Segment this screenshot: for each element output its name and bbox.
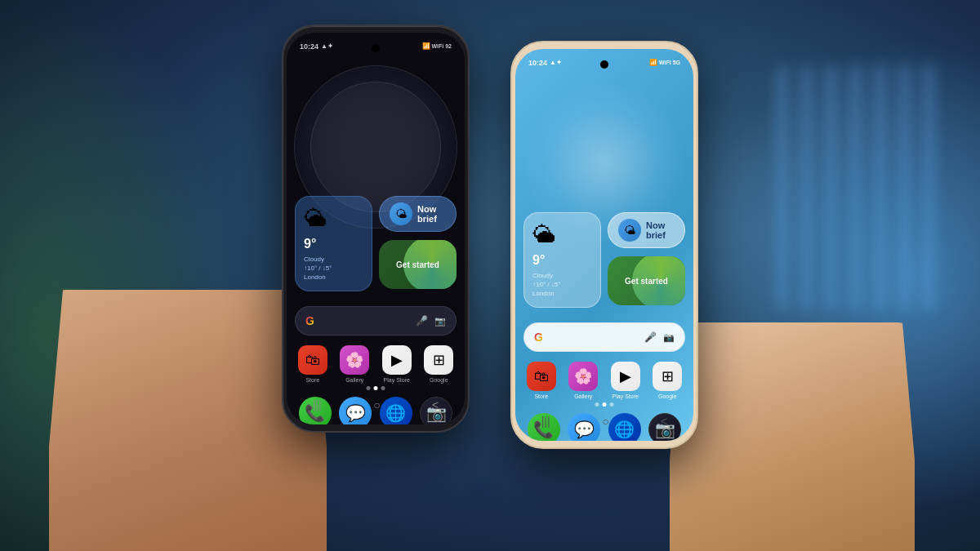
app-gallery-icon-right: 🌸: [568, 362, 598, 391]
power-button-left-phone: [468, 124, 470, 173]
temperature-right: 9°: [532, 253, 592, 268]
dot-1-left: [367, 386, 371, 390]
location-left: London: [304, 273, 326, 281]
app-google-icon-right: ⊞: [653, 362, 682, 391]
nav-home-right[interactable]: ○: [602, 415, 608, 428]
app-store-icon-right: 🛍: [527, 362, 556, 391]
status-icons-right: ▲✦: [550, 59, 562, 66]
google-g-left: G: [305, 314, 314, 327]
app-playstore-right[interactable]: ▶ Play Store: [611, 362, 640, 399]
search-mic-right[interactable]: 🎤: [644, 331, 657, 343]
nav-recent-left[interactable]: <: [432, 398, 439, 411]
phone-left: 10:24 ▲✦ 📶 WiFi 92 🌥 9°: [282, 24, 470, 433]
search-lens-right[interactable]: 📷: [663, 332, 675, 343]
dot-3-right: [610, 402, 614, 407]
cloud-icon-right: 🌥: [532, 221, 592, 248]
get-started-widget-right[interactable]: Get started: [608, 256, 685, 305]
wallpaper-circle-inner-left: [310, 82, 441, 212]
app-gallery-right[interactable]: 🌸 Gallery: [568, 362, 598, 399]
signal-right: WiFi 5G: [659, 60, 680, 65]
phones-container: 10:24 ▲✦ 📶 WiFi 92 🌥 9°: [282, 24, 698, 449]
app-google-left[interactable]: ⊞ Google: [424, 345, 453, 383]
range-right: ↑10° / ↓5°: [532, 281, 560, 288]
weather-widget-left[interactable]: 🌥 9° Cloudy ↑10° / ↓5° London: [295, 196, 372, 291]
app-gallery-icon-left: 🌸: [340, 345, 369, 375]
phone-left-screen: 10:24 ▲✦ 📶 WiFi 92 🌥 9°: [287, 33, 465, 424]
range-left: ↑10° / ↓5°: [304, 264, 332, 272]
status-left-right: 10:24 ▲✦: [528, 59, 562, 67]
search-lens-left[interactable]: 📷: [434, 316, 446, 327]
phone-right: 10:24 ▲✦ 📶 WiFi 5G 🌥 9°: [510, 41, 698, 449]
wallpaper-circle-inner-right: [539, 98, 670, 229]
now-brief-widget-right[interactable]: 🌤 Now brief: [608, 212, 685, 248]
weather-detail-right: Cloudy ↑10° / ↓5° London: [532, 271, 592, 299]
app-gallery-left[interactable]: 🌸 Gallery: [340, 345, 369, 383]
status-right-right: 📶 WiFi 5G: [649, 59, 680, 66]
weather-widget-right[interactable]: 🌥 9° Cloudy ↑10° / ↓5° London: [523, 212, 601, 308]
app-store-right[interactable]: 🛍 Store: [527, 362, 556, 399]
app-playstore-label-left: Play Store: [384, 377, 410, 383]
time-right: 10:24: [528, 59, 547, 67]
camera-hole-left: [372, 44, 380, 52]
dot-1-right: [595, 402, 599, 407]
now-brief-label-right: Now brief: [646, 220, 675, 240]
widget-area-right: 🌥 9° Cloudy ↑10° / ↓5° London 🌤: [523, 212, 685, 308]
phone-right-screen: 10:24 ▲✦ 📶 WiFi 5G 🌥 9°: [515, 49, 693, 441]
app-store-label-left: Store: [305, 377, 319, 383]
nav-bar-right: ||| ○ <: [515, 410, 693, 433]
power-button-right-phone: [697, 140, 698, 189]
weather-detail-left: Cloudy ↑10° / ↓5° London: [304, 255, 363, 282]
wifi-icon-right: 📶: [649, 59, 657, 66]
wifi-icon-left: 📶: [422, 42, 430, 50]
app-playstore-icon-left: ▶: [382, 345, 412, 375]
app-playstore-left[interactable]: ▶ Play Store: [382, 345, 412, 383]
app-store-icon-left: 🛍: [298, 345, 327, 375]
get-started-label-left: Get started: [396, 260, 439, 269]
google-g-right: G: [534, 331, 543, 344]
nav-back-right[interactable]: |||: [541, 415, 550, 428]
app-playstore-icon-right: ▶: [611, 362, 640, 391]
app-google-label-right: Google: [658, 393, 677, 399]
app-google-right[interactable]: ⊞ Google: [653, 362, 682, 399]
nav-recent-right[interactable]: <: [661, 415, 667, 428]
search-mic-left[interactable]: 🎤: [416, 315, 428, 327]
dot-2-left: [374, 386, 378, 390]
now-brief-widget-left[interactable]: 🌤 Now brief: [379, 196, 457, 232]
volume-up-left-phone: [282, 108, 283, 140]
widget-area-left: 🌥 9° Cloudy ↑10° / ↓5° London 🌤: [295, 196, 457, 291]
nav-back-left[interactable]: |||: [313, 398, 322, 411]
cloud-icon-left: 🌥: [304, 205, 363, 232]
now-brief-icon-right: 🌤: [618, 219, 641, 242]
dot-2-right: [603, 402, 607, 407]
get-started-label-right: Get started: [625, 277, 668, 286]
status-icons-left: ▲✦: [321, 42, 333, 50]
app-row-1-right: 🛍 Store 🌸 Gallery ▶ Play Store ⊞ Google: [520, 362, 688, 399]
search-bar-left[interactable]: G 🎤 📷: [295, 306, 457, 335]
app-playstore-label-right: Play Store: [612, 393, 639, 399]
now-brief-label-left: Now brief: [417, 204, 446, 224]
app-google-icon-left: ⊞: [424, 345, 453, 375]
dot-3-left: [381, 386, 385, 390]
app-store-left[interactable]: 🛍 Store: [298, 345, 327, 383]
volume-up-right-phone: [510, 124, 512, 157]
volume-down-left-phone: [282, 149, 283, 181]
app-gallery-label-right: Gallery: [574, 393, 592, 399]
page-dots-right: [595, 402, 614, 407]
app-store-label-right: Store: [534, 393, 548, 399]
volume-down-right-phone: [510, 165, 512, 198]
app-row-1-left: 🛍 Store 🌸 Gallery ▶ Play Store ⊞ Google: [292, 345, 460, 383]
condition-left: Cloudy: [304, 256, 324, 263]
temperature-left: 9°: [304, 237, 363, 251]
search-bar-right[interactable]: G 🎤 📷: [523, 322, 685, 352]
get-started-widget-left[interactable]: Get started: [379, 240, 457, 289]
nav-bar-left: ||| ○ <: [287, 393, 465, 416]
location-right: London: [532, 290, 555, 297]
status-left-left: 10:24 ▲✦: [300, 42, 333, 51]
nav-home-left[interactable]: ○: [373, 398, 380, 411]
page-dots-left: [367, 386, 385, 390]
now-brief-icon-left: 🌤: [390, 202, 412, 225]
time-left: 10:24: [300, 42, 318, 51]
hand-right: [670, 322, 915, 551]
main-scene: 10:24 ▲✦ 📶 WiFi 92 🌥 9°: [0, 0, 980, 551]
signal-left: WiFi 92: [432, 43, 452, 49]
